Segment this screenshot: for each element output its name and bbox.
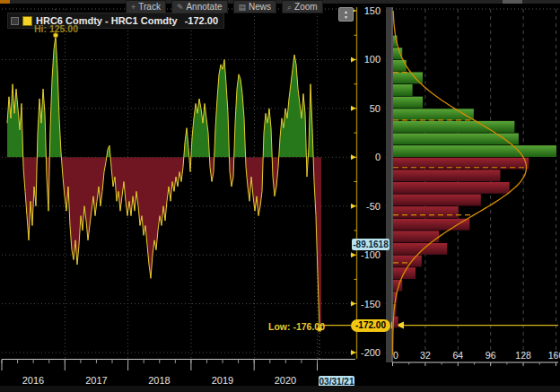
legend-toggle-icon[interactable] xyxy=(11,17,19,25)
y-axis-tick-label: -50 xyxy=(366,201,381,212)
histogram-tick-label: 160 xyxy=(548,350,560,361)
histogram-bar xyxy=(393,170,500,181)
y-axis-tick-label: 50 xyxy=(370,103,381,114)
window-bottom-edge xyxy=(0,386,560,392)
axis-last-value-badge: -172.00 xyxy=(351,319,390,332)
y-axis-tick-label: 150 xyxy=(364,5,381,16)
chart-toolbar: + Track ✎ Annotate ▤ News ⌕ Zoom xyxy=(126,0,323,13)
track-button-label: Track xyxy=(138,2,161,13)
histogram-bar xyxy=(393,84,413,96)
histogram-bar xyxy=(393,109,474,120)
time-axis: 20162017201820192020 xyxy=(2,360,355,387)
top-edge-gray-fragment xyxy=(503,0,522,4)
magnifier-icon: ⌕ xyxy=(287,3,292,12)
histogram-bar xyxy=(393,97,423,109)
axis-track-value-badge: -89.1618 xyxy=(352,239,389,250)
high-annotation: Hi: 125.00 xyxy=(34,23,78,34)
news-button[interactable]: ▤ News xyxy=(233,0,277,13)
news-button-label: News xyxy=(249,2,271,13)
top-edge-orange-fragment xyxy=(0,0,10,4)
series-last-value: -172.00 xyxy=(185,15,218,26)
histogram-bar xyxy=(393,48,402,59)
histogram-bar xyxy=(393,121,514,133)
track-button[interactable]: + Track xyxy=(126,0,166,13)
histogram-tick-label: 96 xyxy=(486,350,496,361)
x-axis-year-label: 2016 xyxy=(22,375,44,386)
histogram-bar xyxy=(393,195,481,206)
histogram-tick-label: 128 xyxy=(515,350,531,361)
y-axis-tick-label: -200 xyxy=(361,347,381,358)
spinner-down-icon: ▼ xyxy=(344,14,348,20)
zoom-button-label: Zoom xyxy=(294,2,318,13)
price-axis: 150100500-50-100-150-200 xyxy=(351,5,390,359)
y-axis-tick-label: -100 xyxy=(361,249,381,260)
pencil-icon: ✎ xyxy=(177,3,184,12)
zoom-button[interactable]: ⌕ Zoom xyxy=(282,0,323,13)
low-annotation: Low: -176.00 xyxy=(268,321,325,332)
histogram-bar xyxy=(393,256,422,267)
histogram-bar xyxy=(393,72,423,83)
histogram-bar xyxy=(393,145,556,157)
panel-divider xyxy=(386,7,391,362)
annotate-button-label: Annotate xyxy=(186,2,222,13)
spread-series xyxy=(7,35,321,329)
histogram-tick-label: 0 xyxy=(393,350,398,361)
y-axis-tick-label: 100 xyxy=(364,54,381,65)
distribution-histogram xyxy=(393,11,556,354)
histogram-axis: 0326496128160 xyxy=(392,350,560,366)
histogram-bar xyxy=(393,231,439,242)
annotate-button[interactable]: ✎ Annotate xyxy=(171,0,228,13)
terminal-chart-window: 150100500-50-100-150-2002016201720182019… xyxy=(0,0,560,392)
axis-scale-spinner[interactable]: ▲ ▼ xyxy=(338,7,354,22)
x-axis-year-label: 2019 xyxy=(212,375,233,386)
crosshair-icon: + xyxy=(131,3,136,12)
histogram-tick-label: 64 xyxy=(452,350,463,361)
series-color-swatch xyxy=(22,16,32,26)
y-axis-tick-label: 0 xyxy=(375,152,381,162)
histogram-bar xyxy=(393,133,519,144)
x-axis-year-label: 2020 xyxy=(275,375,296,386)
histogram-bar xyxy=(393,206,459,218)
x-axis-year-label: 2017 xyxy=(85,375,107,386)
news-icon: ▤ xyxy=(239,3,247,12)
x-axis-year-label: 2018 xyxy=(148,375,170,386)
y-axis-tick-label: -150 xyxy=(361,299,381,309)
chart-canvas[interactable]: 150100500-50-100-150-2002016201720182019… xyxy=(0,0,560,392)
histogram-bar xyxy=(393,182,510,194)
histogram-tick-label: 32 xyxy=(420,350,431,361)
